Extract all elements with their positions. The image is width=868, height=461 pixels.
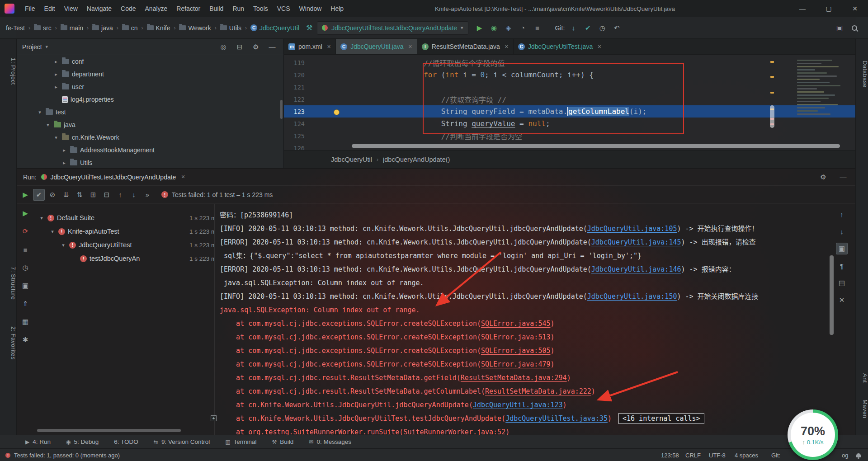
tree-arrow-icon[interactable]: ▸ [61,160,67,166]
prev-occurrence-button[interactable]: ↑ [836,208,848,220]
breadcrumb-item-src[interactable]: src [32,23,54,33]
toolwindow-run[interactable]: ▶4: Run [25,438,51,445]
toolwindow-terminal[interactable]: ▥Terminal [225,438,256,445]
menu-tools[interactable]: Tools [249,4,272,14]
console-view-button[interactable]: ▣ [836,243,848,254]
project-tree-item-conf[interactable]: ▸conf [17,55,283,68]
menu-navigate[interactable]: Navigate [83,4,116,14]
show-passed-button[interactable]: ✔ [33,189,45,201]
project-tree-item-java[interactable]: ▾java [17,118,283,131]
test-tree-item-jdbcqueryutiltest[interactable]: ▾!JdbcQueryUtilTest1 s 223 ms [34,238,214,252]
stacktrace-link[interactable]: SQLError.java:505 [481,347,551,355]
tool-button-structure[interactable]: 7: Structure [0,267,17,300]
ignore-tests-button[interactable]: ⊘ [47,189,58,201]
warning-mark-icon[interactable] [770,76,774,78]
import-results-button[interactable]: ⇑ [19,298,31,310]
project-panel-title[interactable]: Project [22,43,42,51]
minimize-button[interactable]: — [789,0,816,17]
tool-button-favorites[interactable]: 2: Favorites [0,326,17,360]
collapse-all-button[interactable]: ⊟ [101,189,113,201]
stacktrace-link[interactable]: JdbcQueryUtilTest.java:35 [505,414,608,423]
notification-bell-icon[interactable] [856,449,861,461]
run-button[interactable]: ▶ [474,22,486,34]
caret-position[interactable]: 123:58 [661,449,679,461]
warning-mark-icon[interactable] [770,61,774,63]
stop-button[interactable]: ■ [532,22,543,34]
status-test-summary[interactable]: ! Tests failed: 1, passed: 0 (moments ag… [5,449,120,461]
close-tab-icon[interactable]: ✕ [505,44,509,50]
close-tab-icon[interactable]: ✕ [597,44,601,50]
rerun-failed-button[interactable]: ⟳ [19,226,31,237]
menu-build[interactable]: Build [205,4,227,14]
tree-arrow-icon[interactable]: ▸ [53,59,59,65]
editor-horizontal-scrollbar[interactable] [352,144,840,148]
breadcrumb-item-main[interactable]: main [58,23,85,33]
locate-file-button[interactable]: ◎ [217,41,229,53]
event-log-label-partial[interactable]: og [842,449,848,461]
test-tree-item-knife-apiautotest[interactable]: ▾!Knife-apiAutoTest1 s 223 ms [34,225,214,238]
stacktrace-link[interactable]: JdbcQueryUtil.java:145 [591,238,681,246]
breadcrumb-item-utils[interactable]: Utils [218,23,244,33]
toolwindow-messages[interactable]: ✉0: Messages [309,438,351,445]
close-run-tab-icon[interactable]: ✕ [181,174,185,180]
test-tree-scrollbar[interactable] [37,429,181,432]
close-tab-icon[interactable]: ✕ [327,44,331,50]
menu-edit[interactable]: Edit [40,4,59,14]
tree-arrow-icon[interactable]: ▸ [53,71,59,77]
code-minimap[interactable] [794,58,850,141]
breadcrumb-item-wework[interactable]: Wework [177,23,213,33]
stacktrace-link[interactable]: SQLError.java:545 [481,320,551,328]
indent-setting[interactable]: 4 spaces [735,449,758,461]
sort-alphabetically-button[interactable]: ⇅ [74,189,85,201]
tree-arrow-icon[interactable]: ▾ [53,135,59,141]
toolwindow-debug[interactable]: ◉5: Debug [66,438,99,445]
toolwindow-build[interactable]: ⚒Build [272,438,294,445]
profiler-button[interactable]: ◔ [517,22,529,34]
test-history-button[interactable]: ◷ [19,262,31,273]
hide-run-panel-button[interactable]: — [837,171,849,183]
toolwindow-version-control[interactable]: ⇆9: Version Control [154,438,210,445]
maximize-button[interactable]: ▢ [816,0,842,17]
test-tree-item-testjdbcqueryan[interactable]: !testJdbcQueryAn1 s 223 ms [34,252,214,265]
internal-calls-badge[interactable]: <16 internal calls> [618,413,704,424]
tree-arrow-icon[interactable]: ▾ [45,122,51,128]
intention-bulb-icon[interactable] [334,109,340,115]
search-everywhere-icon[interactable] [852,25,857,31]
menu-vcs[interactable]: VCS [273,4,294,14]
run-tab[interactable]: JdbcQueryUtilTest.testJdbcQueryAndUpdate… [41,174,185,181]
stacktrace-link[interactable]: SQLError.java:479 [481,360,551,368]
breadcrumb-item-java[interactable]: java [90,23,115,33]
line-ending-select[interactable]: CRLF [685,449,701,461]
stacktrace-link[interactable]: JdbcQueryUtil.java:105 [587,225,677,233]
tool-button-project[interactable]: 1: Project [0,58,17,85]
more-actions-button[interactable]: » [142,189,153,201]
sort-by-duration-button[interactable]: ⇊ [60,189,72,201]
snapshot-button[interactable]: ▣ [19,280,31,292]
breadcrumb-method[interactable]: jdbcQueryAndUpdate() [383,156,450,163]
collapse-all-button[interactable]: ⊟ [234,41,245,53]
encoding-select[interactable]: UTF-8 [709,449,726,461]
rerun-button[interactable]: ▶ [19,207,31,219]
menu-code[interactable]: Code [117,4,140,14]
tab-pom.xml[interactable]: mpom.xml✕ [284,39,336,54]
stacktrace-link[interactable]: ResultSetMetaData.java:294 [461,374,567,382]
tree-arrow-icon[interactable]: ▾ [49,229,56,235]
project-tree-item-department[interactable]: ▸department [17,68,283,80]
menu-analyze[interactable]: Analyze [141,4,172,14]
tab-JdbcQueryUtil.java[interactable]: CJdbcQueryUtil.java✕ [336,39,417,54]
menu-window[interactable]: Window [295,4,326,14]
tool-button-ant[interactable]: Ant [856,373,868,383]
menu-view[interactable]: View [60,4,82,14]
print-console-button[interactable]: ▤ [836,277,848,289]
debug-button[interactable]: ◉ [488,22,500,34]
tool-button-maven[interactable]: Maven [856,400,868,419]
menu-file[interactable]: File [21,4,39,14]
project-tree-item-cn.knife.wework[interactable]: ▾cn.Knife.Wework [17,131,283,144]
toolwindow-todo[interactable]: 6: TODO [114,438,138,445]
breadcrumb-item-knife[interactable]: Knife [145,23,173,33]
pin-button[interactable]: ✱ [19,334,31,346]
tab-ResultSetMetaData.java[interactable]: IResultSetMetaData.java✕ [417,39,514,54]
expand-all-button[interactable]: ⊞ [87,189,99,201]
update-project-button[interactable]: ↓ [567,22,579,34]
rerun-test-button[interactable]: ▶ [19,189,31,201]
